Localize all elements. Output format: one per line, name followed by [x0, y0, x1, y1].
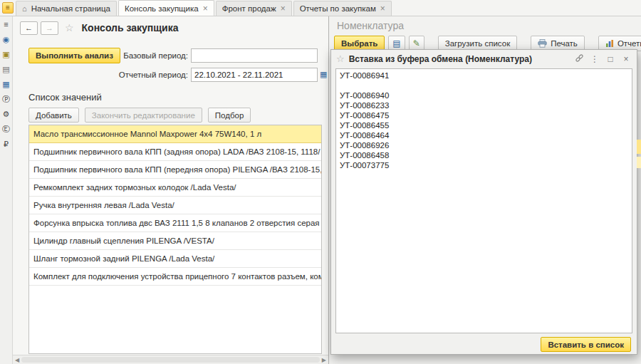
enterprise-icon[interactable]: Ⓔ	[1, 124, 11, 134]
tab-sales-front[interactable]: Фронт продаж ×	[216, 1, 292, 16]
list-item-label: Подшипник первичного вала КПП (передняя …	[33, 165, 321, 174]
report-chart-icon	[605, 39, 614, 48]
printer-icon	[538, 39, 547, 48]
scroll-right-icon[interactable]: ▶	[322, 357, 326, 363]
tab-purchaser-console[interactable]: Консоль закупщика ×	[118, 0, 214, 16]
calendar-icon[interactable]: ▤	[1, 64, 11, 74]
list-item-label: Форсунка впрыска топлива двс ВАЗ 2111 1,…	[33, 219, 321, 227]
list-item-label: Шланг тормозной задний PILENGA /Lada Ves…	[33, 254, 214, 263]
tab-bar: ≡ ⌂ Начальная страница Консоль закупщика…	[0, 0, 641, 16]
tab-purchase-reports[interactable]: Отчеты по закупкам ×	[293, 1, 392, 16]
scroll-left-icon[interactable]: ◀	[15, 357, 19, 363]
background-selection-fragment	[637, 140, 641, 154]
base-period-label: Базовый период:	[105, 51, 188, 60]
grid-icon[interactable]: ▦	[1, 79, 11, 89]
list-item-label: Масло трансмиссионное Mannol Maxpower 4x…	[33, 130, 261, 138]
list-item[interactable]: Подшипник первичного вала КПП (передняя …	[29, 161, 321, 179]
list-item[interactable]: Масло трансмиссионное Mannol Maxpower 4x…	[29, 125, 321, 143]
purchaser-console-panel: ← → ☆ Консоль закупщика Выполнить анализ…	[13, 16, 329, 364]
maximize-icon[interactable]: □	[605, 55, 616, 63]
horizontal-scrollbar[interactable]: ◀ ▶	[13, 355, 328, 364]
panel-title: Номенклатура	[337, 20, 404, 31]
list-item[interactable]: Ремкомплект задних тормозных колодок /La…	[29, 179, 321, 197]
list-item-label: Комплект для подключения устройства приц…	[33, 272, 321, 281]
forward-button[interactable]: →	[41, 21, 58, 35]
back-button[interactable]: ←	[20, 21, 38, 35]
left-icon-strip: ≡ ◉ ▣ ▤ ▦ Ⓟ ⚙ Ⓔ ₽	[0, 16, 13, 364]
pick-button[interactable]: Подбор	[208, 108, 251, 123]
clipboard-textarea[interactable]: УТ-00086941 УТ-00086940 УТ-00086233 УТ-0…	[335, 68, 632, 333]
close-icon[interactable]: ×	[281, 4, 286, 13]
background-selection-fragment	[637, 157, 641, 168]
report-period-input[interactable]	[191, 68, 318, 82]
tab-label: Начальная страница	[31, 4, 110, 13]
briefcase-icon[interactable]: ▣	[1, 49, 11, 59]
app-window: ≡ ⌂ Начальная страница Консоль закупщика…	[0, 0, 641, 364]
ruble-icon[interactable]: ₽	[1, 139, 11, 149]
tab-label: Отчеты по закупкам	[300, 4, 376, 13]
pencil-icon: ✎	[413, 39, 420, 48]
analysis-form: Выполнить анализ Базовый период: Отчетны…	[13, 39, 328, 90]
finish-editing-button[interactable]: Закончить редактирование	[85, 108, 202, 123]
value-list-title: Список значений	[28, 92, 328, 103]
nomenclature-panel: Номенклатура Выбрать ▤ ✎ Загрузить списо…	[330, 16, 641, 364]
tab-label: Консоль закупщика	[125, 4, 199, 13]
tab-label: Фронт продаж	[222, 4, 276, 13]
list-item[interactable]: Подшипник первичного вала КПП (задняя оп…	[29, 143, 321, 161]
insert-to-list-button[interactable]: Вставить в список	[541, 337, 631, 352]
list-item-label: Подшипник первичного вала КПП (задняя оп…	[33, 147, 320, 156]
list-item-label: Ремкомплект задних тормозных колодок /La…	[33, 183, 236, 192]
close-icon[interactable]: ×	[203, 4, 208, 13]
value-list: Масло трансмиссионное Mannol Maxpower 4x…	[28, 125, 322, 354]
period-picker-icon[interactable]: ▦	[320, 70, 327, 79]
scrollbar-track[interactable]	[21, 357, 320, 363]
dialog-titlebar: ☆ Вставка из буфера обмена (Номенклатура…	[331, 50, 637, 68]
print-label: Печать	[551, 39, 578, 48]
list-item[interactable]: Комплект для подключения устройства приц…	[29, 268, 321, 286]
close-icon[interactable]: ×	[620, 55, 632, 63]
home-icon: ⌂	[22, 4, 27, 13]
dialog-title: Вставка из буфера обмена (Номенклатура)	[349, 54, 569, 64]
value-list-toolbar: Добавить Закончить редактирование Подбор	[28, 108, 328, 123]
report-period-label: Отчетный период:	[105, 71, 188, 79]
console-header: ← → ☆ Консоль закупщика	[13, 16, 328, 39]
close-icon[interactable]: ×	[380, 4, 385, 13]
favorite-star-icon[interactable]: ☆	[336, 53, 345, 64]
partners-icon[interactable]: Ⓟ	[1, 94, 11, 104]
list-item-label: Ручка внутренняя левая /Lada Vesta/	[33, 201, 174, 209]
tab-home[interactable]: ⌂ Начальная страница	[16, 1, 117, 16]
reports-label: Отчеты	[617, 39, 641, 48]
list-item[interactable]: Шланг тормозной задний PILENGA /Lada Ves…	[29, 250, 321, 268]
history-icon[interactable]: ◉	[1, 34, 11, 44]
list-item[interactable]: Ручка внутренняя левая /Lada Vesta/	[29, 197, 321, 214]
list-icon: ▤	[392, 39, 400, 48]
link-icon[interactable]	[573, 53, 585, 64]
base-period-input[interactable]	[191, 48, 318, 63]
paste-from-clipboard-dialog: ☆ Вставка из буфера обмена (Номенклатура…	[330, 49, 637, 355]
list-item[interactable]: Цилиндр главный сцепления PILENGA /VESTA…	[29, 232, 321, 250]
page-title: Консоль закупщика	[82, 22, 179, 33]
favorite-star-icon[interactable]: ☆	[65, 22, 74, 33]
main-menu-icon[interactable]: ≡	[1, 19, 11, 29]
add-button[interactable]: Добавить	[28, 108, 79, 123]
list-item[interactable]: Форсунка впрыска топлива двс ВАЗ 2111 1,…	[29, 214, 321, 232]
more-menu-icon[interactable]: ⋮	[589, 55, 600, 63]
app-menu-icon[interactable]: ≡	[2, 2, 14, 14]
list-item-label: Цилиндр главный сцепления PILENGA /VESTA…	[33, 236, 214, 245]
settings-gear-icon[interactable]: ⚙	[1, 109, 11, 119]
